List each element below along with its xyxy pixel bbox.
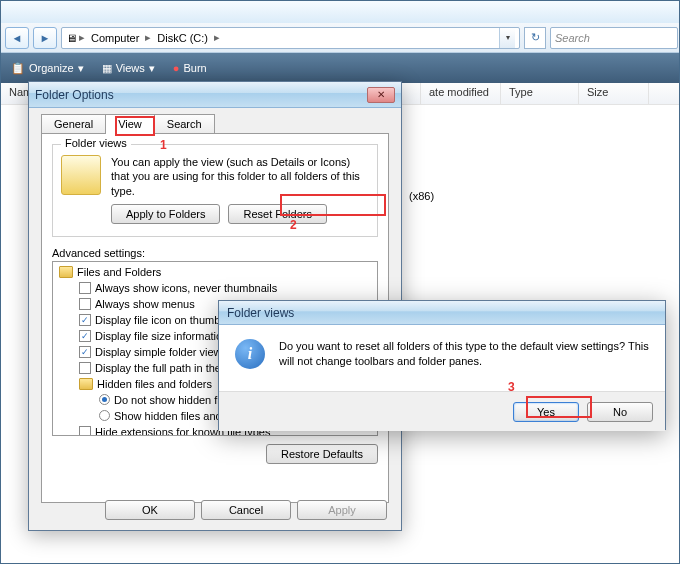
computer-icon: 🖥 — [66, 32, 77, 44]
dialog-titlebar[interactable]: Folder Options ✕ — [29, 82, 401, 108]
tree-item[interactable]: Always show icons, never thumbnails — [55, 280, 375, 296]
window-chrome — [1, 1, 679, 23]
checkbox[interactable] — [79, 314, 91, 326]
tab-strip: General View Search — [41, 114, 401, 133]
folder-icon — [61, 155, 101, 195]
checkbox[interactable] — [79, 346, 91, 358]
chevron-down-icon: ▾ — [78, 62, 84, 75]
confirm-title[interactable]: Folder views — [219, 301, 665, 325]
views-icon: ▦ — [102, 62, 112, 75]
annotation-label-2: 2 — [290, 218, 297, 232]
crumb-diskc[interactable]: DiskC (C:) — [153, 32, 212, 44]
checkbox[interactable] — [79, 282, 91, 294]
confirm-text: Do you want to reset all folders of this… — [279, 339, 649, 377]
chevron-right-icon: ▸ — [214, 31, 220, 44]
burn-menu[interactable]: ● Burn — [173, 62, 207, 74]
nav-bar: ◄ ► 🖥 ▸ Computer ▸ DiskC (C:) ▸ ▾ ↻ Sear… — [1, 23, 679, 53]
reset-folders-button[interactable]: Reset Folders — [228, 204, 326, 224]
cancel-button[interactable]: Cancel — [201, 500, 291, 520]
radio[interactable] — [99, 394, 110, 405]
folder-icon — [59, 266, 73, 278]
tab-search[interactable]: Search — [154, 114, 215, 133]
crumb-computer[interactable]: Computer — [87, 32, 143, 44]
annotation-label-1: 1 — [160, 138, 167, 152]
list-item[interactable]: (x86) — [409, 190, 434, 202]
col-size[interactable]: Size — [579, 83, 649, 104]
back-button[interactable]: ◄ — [5, 27, 29, 49]
tree-item-label: Always show icons, never thumbnails — [95, 282, 277, 294]
yes-button[interactable]: Yes — [513, 402, 579, 422]
confirm-body: i Do you want to reset all folders of th… — [219, 325, 665, 391]
search-input[interactable]: Search — [550, 27, 678, 49]
dialog-buttons: OK Cancel Apply — [105, 500, 387, 520]
ok-button[interactable]: OK — [105, 500, 195, 520]
folder-views-group: Folder views You can apply the view (suc… — [52, 144, 378, 237]
radio[interactable] — [99, 410, 110, 421]
chevron-down-icon: ▾ — [149, 62, 155, 75]
col-date[interactable]: ate modified — [421, 83, 501, 104]
dialog-title: Folder Options — [35, 88, 367, 102]
checkbox[interactable] — [79, 362, 91, 374]
close-button[interactable]: ✕ — [367, 87, 395, 103]
confirm-buttons: Yes No — [219, 391, 665, 431]
breadcrumb[interactable]: 🖥 ▸ Computer ▸ DiskC (C:) ▸ ▾ — [61, 27, 520, 49]
annotation-label-3: 3 — [508, 380, 515, 394]
command-bar: 📋 Organize ▾ ▦ Views ▾ ● Burn — [1, 53, 679, 83]
tab-view[interactable]: View — [105, 114, 155, 133]
chevron-right-icon: ▸ — [79, 31, 85, 44]
advanced-settings-label: Advanced settings: — [52, 247, 378, 259]
apply-button[interactable]: Apply — [297, 500, 387, 520]
search-placeholder: Search — [555, 32, 590, 44]
info-icon: i — [235, 339, 265, 369]
views-menu[interactable]: ▦ Views ▾ — [102, 62, 155, 75]
folder-icon — [79, 378, 93, 390]
burn-icon: ● — [173, 62, 180, 74]
restore-defaults-button[interactable]: Restore Defaults — [266, 444, 378, 464]
tree-root: Files and Folders — [55, 264, 375, 280]
forward-button[interactable]: ► — [33, 27, 57, 49]
tree-item-label: Always show menus — [95, 298, 195, 310]
checkbox[interactable] — [79, 330, 91, 342]
tree-item-label: Hidden files and folders — [97, 378, 212, 390]
refresh-button[interactable]: ↻ — [524, 27, 546, 49]
apply-to-folders-button[interactable]: Apply to Folders — [111, 204, 220, 224]
organize-icon: 📋 — [11, 62, 25, 75]
col-type[interactable]: Type — [501, 83, 579, 104]
folder-views-desc: You can apply the view (such as Details … — [111, 155, 369, 198]
breadcrumb-dropdown[interactable]: ▾ — [499, 28, 515, 48]
tab-general[interactable]: General — [41, 114, 106, 133]
group-label: Folder views — [61, 137, 131, 149]
chevron-right-icon: ▸ — [145, 31, 151, 44]
confirm-dialog: Folder views i Do you want to reset all … — [218, 300, 666, 430]
no-button[interactable]: No — [587, 402, 653, 422]
organize-menu[interactable]: 📋 Organize ▾ — [11, 62, 84, 75]
checkbox[interactable] — [79, 298, 91, 310]
checkbox[interactable] — [79, 426, 91, 436]
